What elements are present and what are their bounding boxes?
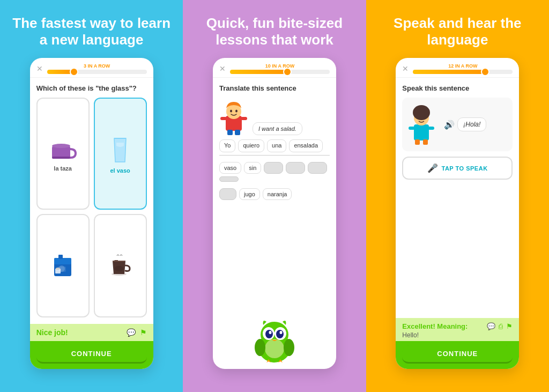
streak-bar-1: 3 IN A ROW: [47, 63, 147, 74]
chat-icon-3[interactable]: 💬: [487, 322, 495, 330]
progress-track-3: [413, 70, 513, 74]
word-bank-2b: jugo naranja: [219, 188, 330, 200]
svg-point-22: [265, 339, 284, 358]
question-text-3: Speak this sentence: [402, 84, 513, 92]
streak-label-3: 12 IN A ROW: [448, 63, 477, 69]
chat-icon-1[interactable]: 💬: [127, 328, 136, 337]
svg-point-27: [269, 331, 271, 334]
character-row-2: I want a salad.: [219, 97, 330, 135]
svg-point-11: [115, 266, 123, 271]
phone-mockup-1: ✕ 3 IN A ROW Which of these is "the glas…: [30, 58, 153, 369]
svg-point-33: [413, 105, 430, 120]
phone-bottom-wrap-1: Nice job! 💬 ⚑ CONTINUE: [30, 324, 153, 369]
word-chip-naranja[interactable]: naranja: [263, 188, 292, 200]
svg-rect-38: [415, 139, 420, 145]
progress-fill-1: [47, 70, 72, 74]
word-chip-used-1: [264, 162, 283, 174]
svg-rect-39: [423, 139, 428, 145]
word-chip-used-3: [308, 162, 327, 174]
svg-point-30: [284, 339, 294, 356]
phone-body-3: Speak this sentence: [396, 78, 519, 318]
answer-word-una[interactable]: una: [267, 139, 286, 152]
coffee-icon: [107, 253, 133, 278]
glass-icon: [112, 136, 128, 164]
streak-bar-3: 12 IN A ROW: [413, 63, 513, 74]
grid-item-taza[interactable]: la taza: [36, 98, 90, 210]
result-label-3: Excellent! Meaning:: [402, 322, 468, 330]
svg-point-14: [230, 110, 232, 113]
share-icon-3[interactable]: ⎙: [499, 322, 503, 330]
flag-icon-3[interactable]: ⚑: [506, 322, 513, 330]
progress-dot-3: [481, 68, 489, 76]
panel-1-title: The fastest way to learn a new language: [11, 15, 172, 48]
result-meaning-3: Hello!: [402, 331, 513, 339]
progress-track-2: [230, 70, 330, 74]
answer-word-ensalada[interactable]: ensalada: [289, 139, 323, 152]
character-icon-3: [407, 103, 440, 146]
duolingo-owl-icon: [250, 315, 299, 363]
progress-track-1: [47, 70, 147, 74]
character-icon-2: [219, 97, 248, 135]
phone-topbar-3: ✕ 12 IN A ROW: [396, 58, 519, 78]
word-chip-used-2: [286, 162, 305, 174]
phone-body-2: Translate this sentence: [213, 78, 336, 369]
svg-point-28: [279, 331, 282, 334]
tap-speak-button-3[interactable]: 🎤 TAP TO SPEAK: [402, 157, 513, 180]
svg-rect-4: [54, 258, 71, 264]
svg-point-34: [418, 117, 420, 120]
svg-point-9: [56, 268, 60, 270]
svg-rect-17: [241, 117, 247, 120]
word-chip-used-5: [219, 188, 236, 200]
svg-point-26: [276, 330, 284, 338]
svg-point-25: [265, 330, 273, 338]
phone-mockup-3: ✕ 12 IN A ROW Speak this sentence: [396, 58, 519, 369]
svg-rect-37: [428, 127, 434, 130]
word-bank-2: vaso sin: [219, 162, 330, 182]
close-icon-3[interactable]: ✕: [402, 64, 409, 73]
speaker-icon-3[interactable]: 🔊: [444, 120, 455, 130]
answer-word-yo[interactable]: Yo: [219, 139, 235, 152]
close-icon[interactable]: ✕: [36, 64, 43, 73]
phone-topbar-2: ✕ 10 IN A ROW: [213, 58, 336, 78]
continue-button-1[interactable]: CONTINUE: [36, 345, 147, 364]
grid-item-juice[interactable]: [36, 214, 90, 317]
grid-item-coffee[interactable]: [94, 214, 147, 317]
question-text-2: Translate this sentence: [219, 84, 330, 92]
panel-quick: Quick, fun bite-sized lessons that work …: [183, 0, 366, 392]
item-label-taza: la taza: [54, 165, 72, 172]
answer-row-2: Yo quiero una ensalada: [219, 139, 330, 156]
panel-3-title: Speak and hear the language: [377, 15, 538, 48]
phone-topbar-1: ✕ 3 IN A ROW: [30, 58, 153, 78]
continue-button-3[interactable]: CONTINUE: [402, 345, 513, 364]
panel-speak: Speak and hear the language ✕ 12 IN A RO…: [366, 0, 549, 392]
svg-rect-2: [52, 157, 70, 159]
close-icon-2[interactable]: ✕: [219, 64, 226, 73]
phone-body-1: Which of these is "the glass"? la taza: [30, 78, 153, 324]
svg-rect-36: [409, 127, 415, 130]
question-text-1: Which of these is "the glass"?: [36, 84, 147, 92]
hola-bubble-3: ¡Hola!: [457, 117, 486, 131]
answer-word-quiero[interactable]: quiero: [238, 139, 264, 152]
speak-area-3: 🔊 ¡Hola!: [402, 98, 513, 151]
svg-rect-31: [414, 124, 429, 140]
phone-mockup-2: ✕ 10 IN A ROW Translate this sentence: [213, 58, 336, 369]
streak-label-2: 10 IN A ROW: [265, 63, 294, 69]
svg-point-29: [255, 339, 265, 356]
svg-point-35: [423, 117, 425, 120]
progress-dot-2: [283, 68, 292, 76]
result-area-3: Excellent! Meaning: 💬 ⎙ ⚑ Hello!: [396, 318, 519, 341]
svg-rect-18: [227, 130, 233, 135]
grid-item-vaso[interactable]: el vaso: [94, 98, 147, 210]
result-label-1: Nice job!: [36, 328, 68, 337]
progress-fill-2: [230, 70, 285, 74]
word-chip-sin[interactable]: sin: [244, 162, 261, 174]
word-chip-jugo[interactable]: jugo: [239, 188, 260, 200]
flag-icon-1[interactable]: ⚑: [140, 328, 147, 337]
svg-rect-19: [235, 130, 240, 135]
word-chip-vaso[interactable]: vaso: [219, 162, 241, 174]
svg-rect-16: [220, 117, 227, 120]
item-label-vaso: el vaso: [110, 167, 130, 174]
progress-dot-1: [70, 68, 78, 76]
tap-speak-label: TAP TO SPEAK: [442, 165, 488, 172]
phone-bottom-wrap-3: Excellent! Meaning: 💬 ⎙ ⚑ Hello! CONTINU…: [396, 318, 519, 369]
